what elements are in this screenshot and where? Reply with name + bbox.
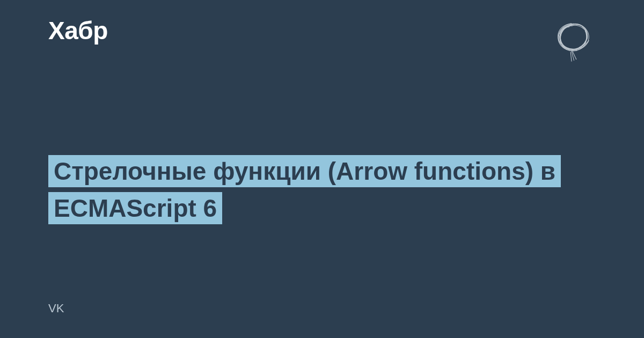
svg-line-1 bbox=[570, 52, 572, 62]
site-logo: Хабр bbox=[48, 16, 108, 45]
article-title: Стрелочные функции (Arrow functions) в E… bbox=[48, 153, 585, 227]
scribble-icon bbox=[547, 16, 596, 64]
footer: VK bbox=[48, 302, 64, 315]
social-card: Хабр Стрелочные функции (Arrow functions… bbox=[0, 0, 644, 338]
title-section: Стрелочные функции (Arrow functions) в E… bbox=[48, 153, 585, 227]
author-label: VK bbox=[48, 302, 64, 315]
svg-line-2 bbox=[573, 52, 576, 60]
header: Хабр bbox=[48, 16, 596, 64]
